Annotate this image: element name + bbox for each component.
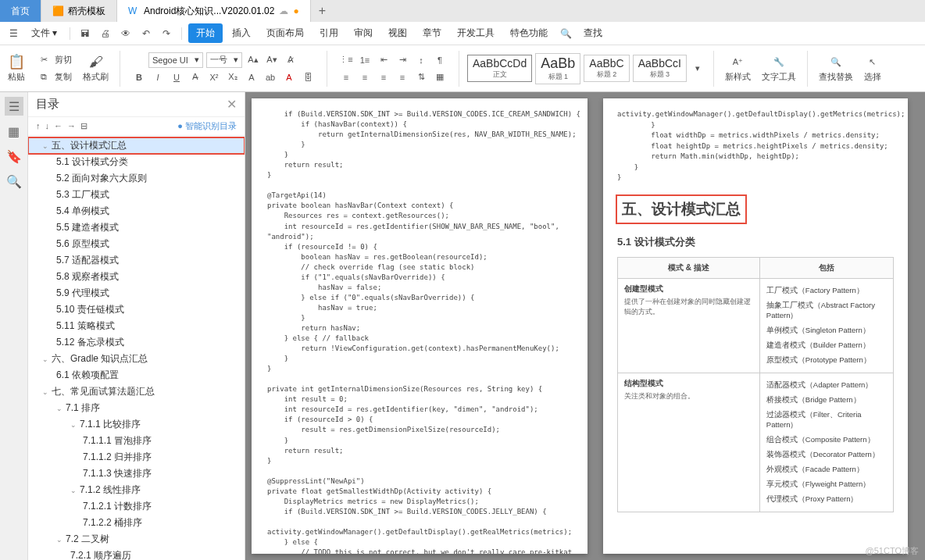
outline-item[interactable]: 6.1 依赖项配置	[28, 367, 245, 383]
bookmark-icon[interactable]: 🔖	[5, 147, 23, 166]
style-more-icon[interactable]: ▾	[690, 61, 705, 77]
outline-item[interactable]: 5.8 观察者模式	[28, 269, 245, 285]
thumbs-icon[interactable]: ▦	[5, 122, 23, 141]
border-icon[interactable]: ▦	[432, 70, 448, 85]
outline-item[interactable]: 7.1.2.1 计数排序	[28, 498, 245, 515]
outline-item[interactable]: 5.9 代理模式	[28, 285, 245, 301]
menu-ref[interactable]: 引用	[313, 23, 345, 43]
style-normal[interactable]: AaBbCcDd正文	[467, 55, 532, 82]
align-justify-icon[interactable]: ≡	[395, 70, 410, 85]
outline-item[interactable]: 7.1.2.2 桶排序	[28, 515, 245, 531]
sub-icon[interactable]: X₂	[225, 70, 241, 85]
align-center-icon[interactable]: ≡	[357, 70, 373, 85]
bold-icon[interactable]: B	[131, 70, 147, 85]
tab-add[interactable]: +	[311, 4, 334, 18]
fontcolor-icon[interactable]: A	[281, 70, 297, 85]
search-panel-icon[interactable]: 🔍	[5, 172, 23, 191]
outline-item[interactable]: 5.7 适配器模式	[28, 252, 245, 269]
outline-item[interactable]: ⌄七、常见面试算法题汇总	[28, 383, 245, 400]
textfx-icon[interactable]: A	[244, 70, 259, 85]
findreplace-icon[interactable]: 🔍	[828, 54, 844, 70]
sort-icon[interactable]: ↕	[413, 52, 429, 68]
redo-icon[interactable]: ↷	[158, 25, 175, 42]
menu-layout[interactable]: 页面布局	[260, 23, 310, 43]
preview-icon[interactable]: 👁	[117, 25, 134, 42]
style-h3[interactable]: AaBbCcI标题 3	[633, 55, 687, 82]
highlight-icon[interactable]: ab	[262, 70, 278, 85]
align-right-icon[interactable]: ≡	[376, 70, 391, 85]
menu-insert[interactable]: 插入	[226, 23, 257, 43]
outline-item[interactable]: ⌄五、设计模式汇总	[28, 137, 245, 154]
select-icon[interactable]: ↖	[865, 54, 880, 70]
menu-icon[interactable]: ☰	[5, 25, 22, 42]
outline-item[interactable]: 7.1.1.1 冒泡排序	[28, 433, 245, 449]
copy-icon[interactable]: ⧉	[36, 70, 52, 85]
outline-item[interactable]: 5.11 策略模式	[28, 318, 245, 334]
linespace-icon[interactable]: ⇅	[413, 70, 429, 85]
style-h1[interactable]: AaBb标题 1	[535, 53, 580, 84]
outline-item[interactable]: 5.5 建造者模式	[28, 219, 245, 236]
menu-search[interactable]: 查找	[577, 23, 609, 43]
menu-dev[interactable]: 开发工具	[451, 23, 501, 43]
menu-review[interactable]: 审阅	[348, 23, 379, 43]
fmtbrush-icon[interactable]: 🖌	[88, 54, 104, 70]
strike-icon[interactable]: A̶	[188, 70, 203, 85]
numbering-icon[interactable]: 1≡	[357, 52, 373, 68]
shrink-font-icon[interactable]: A▾	[264, 52, 280, 68]
tab-template[interactable]: 🟧稻壳模板	[41, 0, 117, 22]
outline-list[interactable]: ⌄五、设计模式汇总5.1 设计模式分类5.2 面向对象六大原则5.3 工厂模式5…	[28, 136, 245, 560]
outline-item[interactable]: ⌄7.1 排序	[28, 400, 245, 416]
align-left-icon[interactable]: ≡	[338, 70, 354, 85]
clear-fmt-icon[interactable]: A̷	[283, 52, 298, 68]
menu-chapter[interactable]: 章节	[416, 23, 448, 43]
outline-item[interactable]: 7.1.1.3 快速排序	[28, 465, 245, 482]
style-h2[interactable]: AaBbC标题 2	[584, 55, 629, 82]
bullets-icon[interactable]: ⋮≡	[338, 52, 354, 68]
print-icon[interactable]: 🖨	[97, 25, 114, 42]
texttool-icon[interactable]: 🔧	[771, 54, 787, 70]
undo-icon[interactable]: ↶	[138, 25, 155, 42]
outline-item[interactable]: ⌄7.1.2 线性排序	[28, 482, 245, 498]
outline-item[interactable]: ⌄7.2 二叉树	[28, 531, 245, 548]
italic-icon[interactable]: I	[150, 70, 166, 85]
outline-item[interactable]: ⌄六、Gradle 知识点汇总	[28, 351, 245, 367]
outline-item[interactable]: 7.1.1.2 归并排序	[28, 449, 245, 465]
outline-item[interactable]: ⌄7.1.1 比较排序	[28, 416, 245, 433]
super-icon[interactable]: X²	[206, 70, 222, 85]
outline-up-icon[interactable]: ↑	[36, 121, 41, 131]
save-icon[interactable]: 🖬	[77, 25, 94, 42]
outline-item[interactable]: 5.3 工厂模式	[28, 187, 245, 203]
document-area[interactable]: if (Build.VERSION.SDK_INT >= Build.VERSI…	[245, 92, 925, 560]
outline-smart[interactable]: ● 智能识别目录	[177, 120, 237, 132]
menu-view[interactable]: 视图	[382, 23, 413, 43]
tab-document[interactable]: WAndroid核心知识...V2020.01.02☁●	[117, 0, 311, 22]
search-icon[interactable]: 🔍	[557, 25, 574, 42]
outline-left-icon[interactable]: ←	[54, 121, 62, 131]
outline-icon[interactable]: ☰	[5, 97, 23, 116]
underline-icon[interactable]: U	[169, 70, 184, 85]
newstyle-icon[interactable]: A⁺	[730, 54, 745, 70]
shade-icon[interactable]: 🗄	[300, 70, 316, 85]
outline-collapse-icon[interactable]: ⊟	[80, 121, 88, 131]
outline-item[interactable]: 5.4 单例模式	[28, 203, 245, 219]
pilcrow-icon[interactable]: ¶	[432, 52, 448, 68]
paste-icon[interactable]: 📋	[9, 54, 24, 70]
outline-right-icon[interactable]: →	[67, 121, 76, 131]
outline-item[interactable]: 5.1 设计模式分类	[28, 154, 245, 170]
indent-inc-icon[interactable]: ⇥	[395, 52, 410, 68]
cut-icon[interactable]: ✂	[36, 52, 52, 68]
grow-font-icon[interactable]: A▴	[245, 52, 261, 68]
size-select[interactable]: 一号▾	[206, 52, 242, 68]
menu-special[interactable]: 特色功能	[504, 23, 554, 43]
outline-item[interactable]: 5.6 原型模式	[28, 236, 245, 252]
outline-item[interactable]: 5.2 面向对象六大原则	[28, 170, 245, 187]
outline-item[interactable]: 7.2.1 顺序遍历	[28, 548, 245, 560]
menu-file[interactable]: 文件 ▾	[25, 23, 63, 43]
outline-close-icon[interactable]: ✕	[227, 97, 237, 112]
indent-dec-icon[interactable]: ⇤	[376, 52, 391, 68]
outline-item[interactable]: 5.12 备忘录模式	[28, 334, 245, 351]
outline-down-icon[interactable]: ↓	[45, 121, 50, 131]
tab-home[interactable]: 首页	[0, 0, 41, 22]
outline-item[interactable]: 5.10 责任链模式	[28, 301, 245, 318]
font-select[interactable]: Segoe UI▾	[148, 52, 203, 68]
